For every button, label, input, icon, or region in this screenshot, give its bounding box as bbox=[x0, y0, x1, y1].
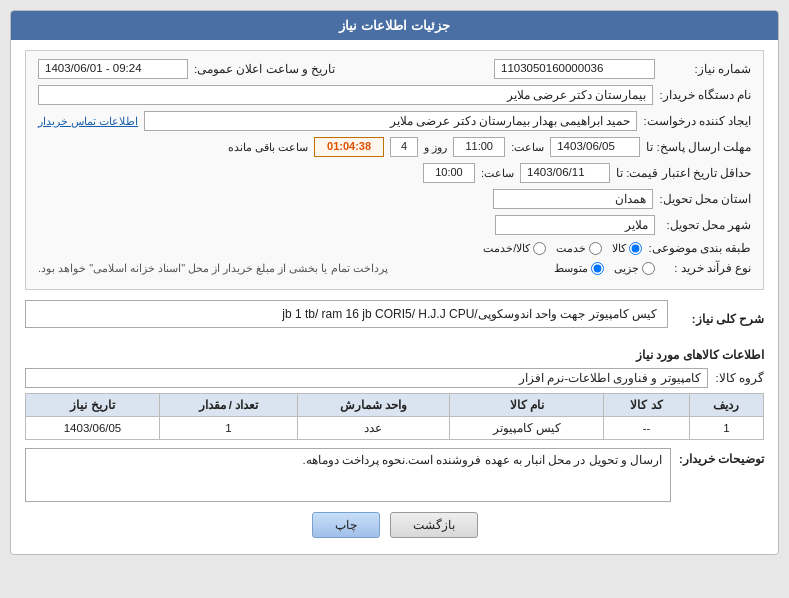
col-tarikh: تاریخ نیاز bbox=[26, 394, 160, 417]
note-text: پرداخت تمام یا بخشی از مبلغ خریدار از مح… bbox=[38, 262, 388, 275]
sharh-value: کیس کامپیوتر جهت واحد اندوسکوپی/jb 1 tb/… bbox=[25, 300, 668, 328]
mohlat-countdown: 01:04:38 bbox=[314, 137, 384, 157]
radio-kala-khadamat[interactable] bbox=[533, 242, 546, 255]
radio-khadamat-label: خدمت bbox=[556, 242, 586, 255]
group-value: کامپیوتر و فناوری اطلاعات-نرم افزار bbox=[25, 368, 708, 388]
goods-section-title: اطلاعات کالاهای مورد نیاز bbox=[25, 348, 764, 362]
radio-jozvi-label: جزیی bbox=[614, 262, 639, 275]
group-label: گروه کالا: bbox=[716, 371, 764, 385]
noe-radio-group: جزیی متوسط bbox=[554, 262, 655, 275]
radio-jozvi-item: جزیی bbox=[614, 262, 655, 275]
mohlat-rooz-label: روز و bbox=[424, 141, 447, 154]
radio-kala-label: کالا bbox=[612, 242, 626, 255]
shomareNiaz-value: 1103050160000036 bbox=[494, 59, 655, 79]
namDastgah-value: بیمارستان دکتر عرضی ملایر bbox=[38, 85, 653, 105]
table-cell: عدد bbox=[297, 417, 449, 440]
tarikh-label: تاریخ و ساعت اعلان عمومی: bbox=[194, 62, 335, 76]
radio-kala-khadamat-label: کالا/خدمت bbox=[483, 242, 530, 255]
col-kod: کد کالا bbox=[604, 394, 690, 417]
mohlat-saaat-value: 11:00 bbox=[453, 137, 505, 157]
shahr-value: ملایر bbox=[495, 215, 655, 235]
hadaqal-label: حداقل تاریخ اعتبار قیمت: تا bbox=[616, 166, 751, 180]
page-title: جزئیات اطلاعات نیاز bbox=[11, 11, 778, 40]
bazgasht-button[interactable]: بازگشت bbox=[390, 512, 478, 538]
sharh-label: شرح کلی نیاز: bbox=[674, 312, 764, 326]
table-cell: 1 bbox=[159, 417, 297, 440]
hadaqal-saaat-value: 10:00 bbox=[423, 163, 475, 183]
table-cell: 1 bbox=[689, 417, 763, 440]
radio-motovaset-item: متوسط bbox=[554, 262, 604, 275]
radio-khadamat-item: خدمت bbox=[556, 242, 602, 255]
hadaqal-date: 1403/06/11 bbox=[520, 163, 610, 183]
chap-button[interactable]: چاپ bbox=[312, 512, 380, 538]
table-cell: -- bbox=[604, 417, 690, 440]
tabaqe-radio-group: کالا خدمت کالا/خدمت bbox=[483, 242, 642, 255]
radio-jozvi[interactable] bbox=[642, 262, 655, 275]
mohlat-rooz-value: 4 bbox=[390, 137, 418, 157]
radio-kala-item: کالا bbox=[612, 242, 642, 255]
table-cell: کیس کامپیوتر bbox=[450, 417, 604, 440]
buttons-row: بازگشت چاپ bbox=[25, 512, 764, 544]
namDastgah-label: نام دستگاه خریدار: bbox=[659, 88, 751, 102]
goods-table: ردیف کد کالا نام کالا واحد شمارش تعداد /… bbox=[25, 393, 764, 440]
col-tedad: تعداد / مقدار bbox=[159, 394, 297, 417]
mohlat-date: 1403/06/05 bbox=[550, 137, 640, 157]
col-radif: ردیف bbox=[689, 394, 763, 417]
tabaqe-label: طبقه بندی موضوعی: bbox=[648, 241, 751, 255]
mohlat-label: مهلت ارسال پاسخ: تا bbox=[646, 140, 751, 154]
radio-motovaset[interactable] bbox=[591, 262, 604, 275]
table-row: 1--کیس کامپیوترعدد11403/06/05 bbox=[26, 417, 764, 440]
etelaat-link[interactable]: اطلاعات تماس خریدار bbox=[38, 115, 138, 128]
table-cell: 1403/06/05 bbox=[26, 417, 160, 440]
radio-motovaset-label: متوسط bbox=[554, 262, 588, 275]
ostan-label: استان محل تحویل: bbox=[659, 192, 751, 206]
ijadKonande-value: حمید ابراهیمی بهدار بیمارستان دکتر عرضی … bbox=[144, 111, 637, 131]
shahr-label: شهر محل تحویل: bbox=[661, 218, 751, 232]
buyer-desc-label: توضیحات خریدار: bbox=[679, 448, 764, 466]
col-vahed: واحد شمارش bbox=[297, 394, 449, 417]
ostan-value: همدان bbox=[493, 189, 653, 209]
radio-khadamat[interactable] bbox=[589, 242, 602, 255]
col-name: نام کالا bbox=[450, 394, 604, 417]
hadaqal-saaat-label: ساعت: bbox=[481, 167, 514, 180]
shomareNiaz-label: شماره نیاز: bbox=[661, 62, 751, 76]
radio-kala-khadamat-item: کالا/خدمت bbox=[483, 242, 546, 255]
ijadKonande-label: ایجاد کننده درخواست: bbox=[643, 114, 751, 128]
mohlat-saaat-mande-label: ساعت باقی مانده bbox=[228, 141, 308, 154]
tarikh-value: 1403/06/01 - 09:24 bbox=[38, 59, 188, 79]
buyer-desc-value: ارسال و تحویل در محل انبار به عهده فروشن… bbox=[25, 448, 671, 502]
noePardakht-label: نوع فرآند خرید : bbox=[661, 261, 751, 275]
mohlat-saaat-label: ساعت: bbox=[511, 141, 544, 154]
radio-kala[interactable] bbox=[629, 242, 642, 255]
